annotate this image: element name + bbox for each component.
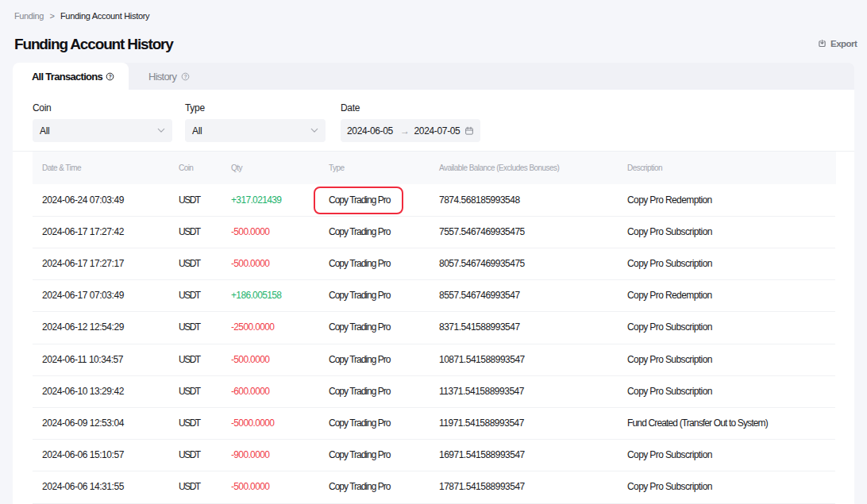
svg-text:?: ? (109, 73, 112, 79)
svg-text:?: ? (184, 73, 187, 79)
